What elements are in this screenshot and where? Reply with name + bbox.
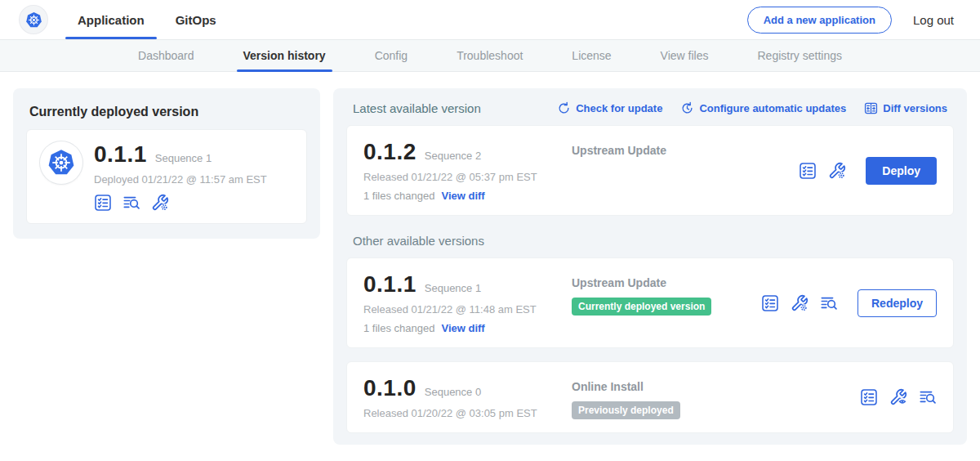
top-nav: Application GitOps Add a new application… — [0, 0, 980, 39]
version-number: 0.1.1 — [363, 271, 416, 298]
configure-automatic-updates-link[interactable]: Configure automatic updates — [680, 101, 846, 115]
deployed-timestamp: Deployed 01/21/22 @ 11:57 am EST — [94, 173, 267, 186]
config-wrench-gear-icon[interactable] — [151, 194, 169, 212]
currently-deployed-badge: Currently deployed version — [572, 298, 711, 316]
subnav-config[interactable]: Config — [362, 40, 421, 71]
checklist-icon[interactable] — [94, 194, 112, 212]
auto-update-clock-icon — [680, 101, 694, 115]
view-diff-link[interactable]: View diff — [441, 322, 484, 334]
version-source-label: Online Install — [572, 380, 860, 393]
subnav-view-files[interactable]: View files — [648, 40, 722, 71]
sequence-label: Sequence 1 — [425, 282, 481, 294]
sequence-label: Sequence 2 — [425, 150, 481, 162]
logout-button[interactable]: Log out — [913, 13, 954, 27]
checklist-icon[interactable] — [761, 294, 779, 312]
tab-gitops[interactable]: GitOps — [163, 0, 229, 39]
configure-automatic-updates-label: Configure automatic updates — [699, 102, 846, 114]
available-versions-panel: Latest available version Check for updat… — [333, 88, 967, 445]
view-diff-link[interactable]: View diff — [441, 190, 484, 202]
checklist-icon[interactable] — [860, 388, 878, 406]
version-source-label: Upstream Update — [572, 144, 799, 157]
kubernetes-logo-icon[interactable] — [20, 6, 47, 34]
previously-deployed-badge: Previously deployed — [572, 401, 680, 419]
check-for-update-label: Check for update — [576, 102, 662, 114]
release-notes-search-icon[interactable] — [122, 194, 140, 212]
version-card-0-1-2: 0.1.2 Sequence 2 Released 01/21/22 @ 05:… — [346, 125, 954, 216]
check-for-update-link[interactable]: Check for update — [557, 101, 662, 115]
deployed-version-card: 0.1.1 Sequence 1 Deployed 01/21/22 @ 11:… — [26, 129, 307, 224]
config-wrench-gear-icon[interactable] — [828, 162, 846, 180]
deploy-button[interactable]: Deploy — [866, 157, 937, 185]
subnav-registry-settings[interactable]: Registry settings — [745, 40, 855, 71]
version-number: 0.1.0 — [363, 375, 416, 401]
subnav-version-history[interactable]: Version history — [230, 40, 339, 71]
add-application-button[interactable]: Add a new application — [747, 7, 892, 34]
deployed-sequence-label: Sequence 1 — [155, 152, 212, 164]
diff-icon — [864, 101, 878, 115]
subnav-dashboard[interactable]: Dashboard — [125, 40, 207, 71]
version-history-page: Currently deployed version 0.1.1 Sequenc… — [0, 72, 980, 445]
config-wrench-eye-icon[interactable] — [889, 388, 907, 406]
files-changed-label: 1 files changed — [363, 190, 434, 202]
version-card-0-1-0: 0.1.0 Sequence 0 Released 01/20/22 @ 03:… — [346, 361, 954, 433]
version-card-0-1-1: 0.1.1 Sequence 1 Released 01/21/22 @ 11:… — [346, 257, 954, 348]
config-wrench-gear-icon[interactable] — [791, 294, 808, 312]
refresh-icon — [557, 101, 571, 115]
released-timestamp: Released 01/21/22 @ 05:37 pm EST — [363, 171, 572, 183]
sequence-label: Sequence 0 — [425, 386, 481, 398]
app-kubernetes-logo-icon — [40, 141, 82, 184]
release-notes-search-icon[interactable] — [820, 294, 838, 312]
diff-versions-label: Diff versions — [883, 102, 947, 114]
files-changed-label: 1 files changed — [363, 322, 434, 334]
version-number: 0.1.2 — [363, 139, 416, 165]
release-notes-search-icon[interactable] — [919, 388, 937, 406]
subnav-troubleshoot[interactable]: Troubleshoot — [443, 40, 536, 71]
other-versions-title: Other available versions — [346, 216, 954, 257]
redeploy-button[interactable]: Redeploy — [858, 289, 937, 317]
version-source-label: Upstream Update — [572, 276, 761, 289]
app-sub-nav: Dashboard Version history Config Trouble… — [0, 39, 980, 72]
subnav-license[interactable]: License — [559, 40, 624, 71]
diff-versions-link[interactable]: Diff versions — [864, 101, 947, 115]
deployed-panel-title: Currently deployed version — [26, 101, 307, 129]
tab-application[interactable]: Application — [65, 0, 157, 39]
checklist-icon[interactable] — [799, 162, 817, 180]
deployed-version-number: 0.1.1 — [94, 141, 147, 168]
latest-available-title: Latest available version — [353, 101, 481, 115]
released-timestamp: Released 01/20/22 @ 03:05 pm EST — [363, 407, 572, 419]
released-timestamp: Released 01/21/22 @ 11:48 am EST — [363, 303, 572, 316]
currently-deployed-panel: Currently deployed version 0.1.1 Sequenc… — [13, 88, 320, 239]
